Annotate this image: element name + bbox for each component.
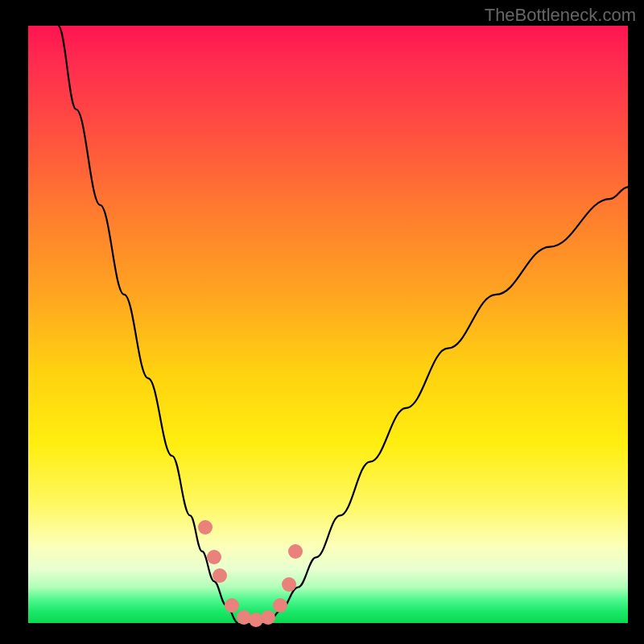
data-marker xyxy=(225,598,239,613)
data-marker xyxy=(261,610,275,625)
markers-container xyxy=(28,26,628,623)
data-marker xyxy=(198,520,213,535)
data-marker xyxy=(213,568,227,583)
data-marker xyxy=(282,577,296,592)
watermark-text: TheBottleneck.com xyxy=(485,5,636,26)
data-marker xyxy=(207,550,221,564)
data-marker xyxy=(288,544,303,559)
data-marker xyxy=(273,598,287,613)
